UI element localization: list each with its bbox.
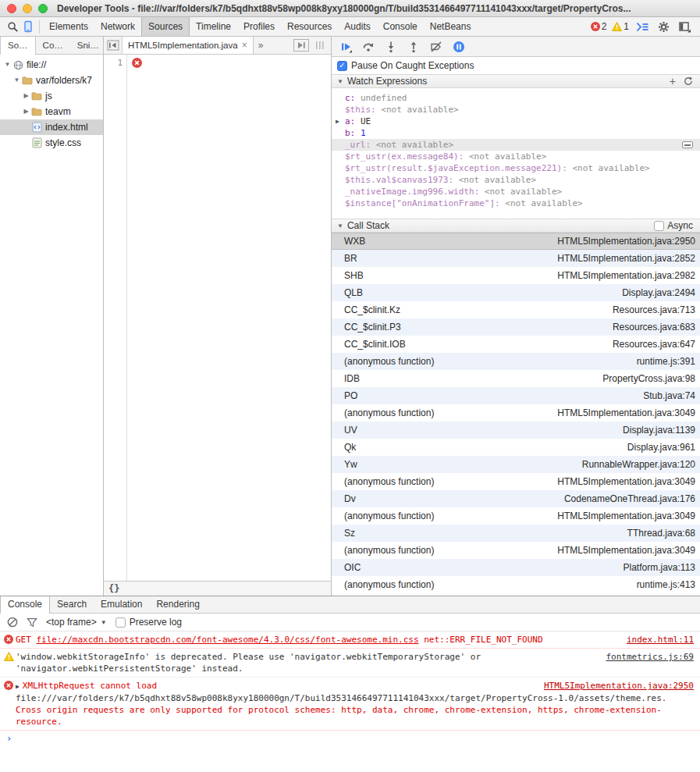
call-stack-frame[interactable]: CC_$clinit.IOBResources.java:647	[332, 336, 700, 353]
error-count-badge[interactable]: 2	[591, 21, 607, 32]
call-stack-frame[interactable]: POStub.java:74	[332, 387, 700, 404]
zoom-window-button[interactable]	[38, 4, 48, 13]
preserve-log-checkbox[interactable]	[115, 617, 126, 628]
call-stack-frame[interactable]: (anonymous function)runtime.js:413	[332, 576, 700, 593]
call-stack-header[interactable]: ▼ Call Stack Async	[332, 219, 700, 233]
drawer-tab-rendering[interactable]: Rendering	[149, 596, 206, 613]
resume-button[interactable]	[339, 41, 352, 53]
console-prompt[interactable]: ›	[0, 731, 700, 737]
call-stack-frame[interactable]: DvCodenameOneThread.java:176	[332, 490, 700, 507]
pause-on-exceptions-button[interactable]	[453, 41, 465, 53]
message-source-link[interactable]: fontmetrics.js:69	[606, 651, 694, 663]
call-stack-frame[interactable]: QkDisplay.java:961	[332, 439, 700, 456]
watch-expression-row[interactable]: $this: <not available>	[332, 104, 700, 116]
watch-expression-row[interactable]: $rt_ustr(ex.message84): <not available>	[332, 151, 700, 162]
deactivate-breakpoints-button[interactable]	[430, 41, 442, 53]
toolbar-tab-profiles[interactable]: Profiles	[237, 17, 281, 36]
toolbar-tab-netbeans[interactable]: NetBeans	[424, 17, 478, 36]
frame-selector[interactable]: <top frame> ▼	[46, 617, 107, 628]
section-collapse-icon[interactable]: ▼	[337, 222, 343, 229]
call-stack-frame[interactable]: OICPlatform.java:113	[332, 559, 700, 576]
call-stack-frame[interactable]: BRHTML5Implementation.java:2852	[332, 250, 700, 267]
sidebar-pane-tab[interactable]: So…	[0, 37, 36, 55]
watch-expression-row[interactable]: b: 1	[332, 127, 700, 139]
tree-expander-closed-icon[interactable]: ▶	[336, 116, 339, 127]
refresh-watch-button[interactable]	[684, 76, 693, 86]
tree-expander-closed-icon[interactable]: ▶	[22, 88, 30, 104]
call-stack-frame[interactable]: CC_$clinit.KzResources.java:713	[332, 301, 700, 318]
watch-expression-row[interactable]: c: undefined	[332, 92, 700, 104]
call-stack-frame[interactable]: (anonymous function)HTML5Implementation.…	[332, 473, 700, 490]
watch-expressions-header[interactable]: ▼ Watch Expressions +	[332, 74, 700, 88]
toggle-navigator-button[interactable]	[104, 37, 123, 54]
sidebar-pane-tab[interactable]: Sni…	[70, 37, 106, 54]
close-tab-icon[interactable]: ×	[242, 37, 247, 54]
close-window-button[interactable]	[7, 4, 16, 13]
tree-expander-closed-icon[interactable]: ▶	[22, 104, 30, 119]
tree-item-file-[interactable]: ▼file://	[0, 57, 103, 73]
panel-resizer-icon[interactable]	[315, 40, 325, 51]
tree-item-var-folders-k7[interactable]: ▼var/folders/k7	[0, 73, 103, 88]
message-source-link[interactable]: HTML5Implementation.java:2950	[544, 680, 694, 692]
tab-overflow-chevron[interactable]: »	[254, 37, 268, 54]
show-console-drawer-button[interactable]	[634, 20, 650, 34]
device-mode-button[interactable]	[20, 20, 36, 34]
toolbar-tab-elements[interactable]: Elements	[43, 17, 94, 36]
preserve-log-toggle[interactable]: Preserve log	[115, 617, 182, 628]
pretty-print-button[interactable]: {}	[108, 583, 119, 594]
drawer-tab-emulation[interactable]: Emulation	[94, 596, 149, 613]
remove-watch-button[interactable]	[682, 141, 693, 148]
call-stack-frame[interactable]: SHBHTML5Implementation.java:2982	[332, 267, 700, 284]
code-area[interactable]	[127, 55, 331, 581]
editor-body[interactable]: 1	[104, 55, 331, 581]
call-stack-frame[interactable]: WXBHTML5Implementation.java:2950	[332, 233, 700, 250]
tree-item-index-html[interactable]: index.html	[0, 119, 103, 135]
expand-triangle-icon[interactable]: ▶	[16, 683, 20, 690]
run-snippet-icon[interactable]	[293, 39, 309, 52]
message-source-link[interactable]: index.html:11	[627, 634, 694, 646]
message-url-link[interactable]: file://maxcdn.bootstrapcdn.com/font-awes…	[37, 635, 419, 645]
call-stack-frame[interactable]: QLBDisplay.java:2494	[332, 284, 700, 301]
call-stack-frame[interactable]: UVDisplay.java:1139	[332, 422, 700, 439]
watch-expression-row[interactable]: _nativeImage.img996.width: <not availabl…	[332, 186, 700, 197]
watch-expression-row[interactable]: $instance["onAnimationFrame"]: <not avai…	[332, 197, 700, 209]
call-stack-frame[interactable]: (anonymous function)HTML5Implementation.…	[332, 507, 700, 525]
toolbar-tab-resources[interactable]: Resources	[281, 17, 338, 36]
watch-expression-row[interactable]: $this.val$canvas1973: <not available>	[332, 174, 700, 186]
add-watch-button[interactable]: +	[670, 76, 676, 87]
call-stack-frame[interactable]: YwRunnableWrapper.java:120	[332, 456, 700, 473]
toolbar-tab-console[interactable]: Console	[377, 17, 424, 36]
pause-on-caught-checkbox[interactable]	[337, 61, 347, 71]
minimize-window-button[interactable]	[23, 4, 32, 13]
settings-button[interactable]	[656, 20, 671, 34]
tree-item-style-css[interactable]: style.css	[0, 135, 103, 151]
drawer-tab-console[interactable]: Console	[0, 596, 50, 614]
section-collapse-icon[interactable]: ▼	[337, 78, 343, 85]
warning-count-badge[interactable]: 1	[612, 21, 629, 32]
step-over-button[interactable]	[362, 41, 375, 53]
filter-icon[interactable]	[27, 617, 37, 628]
dock-side-button[interactable]	[677, 20, 692, 34]
call-stack-frame[interactable]: (anonymous function)HTML5Implementation.…	[332, 542, 700, 559]
tree-item-teavm[interactable]: ▶teavm	[0, 104, 103, 119]
sidebar-pane-tab[interactable]: Co…	[36, 37, 70, 54]
inspect-element-button[interactable]	[5, 20, 20, 34]
clear-console-button[interactable]	[7, 617, 18, 628]
step-out-button[interactable]	[407, 41, 420, 53]
watch-expression-row[interactable]: _url: <not available>	[332, 139, 700, 151]
async-toggle[interactable]: Async	[654, 220, 695, 231]
call-stack-frame[interactable]: (anonymous function)HTML5Implementation.…	[332, 404, 700, 422]
toolbar-tab-sources[interactable]: Sources	[141, 17, 190, 36]
pause-on-caught-row[interactable]: Pause On Caught Exceptions	[332, 57, 700, 74]
watch-expression-row[interactable]: $rt_ustr(result.$javaException.message22…	[332, 162, 700, 174]
tree-expander-open-icon[interactable]: ▼	[3, 57, 12, 73]
tree-item-js[interactable]: ▶js	[0, 88, 103, 104]
step-into-button[interactable]	[385, 41, 397, 53]
call-stack-frame[interactable]: IDBPropertyCross.java:98	[332, 370, 700, 387]
call-stack-frame[interactable]: (anonymous function)runtime.js:391	[332, 353, 700, 370]
watch-expression-row[interactable]: ▶a: UE	[332, 116, 700, 127]
toolbar-tab-timeline[interactable]: Timeline	[190, 17, 237, 36]
toolbar-tab-network[interactable]: Network	[94, 17, 141, 36]
drawer-tab-search[interactable]: Search	[50, 596, 94, 613]
tree-expander-open-icon[interactable]: ▼	[12, 73, 21, 88]
